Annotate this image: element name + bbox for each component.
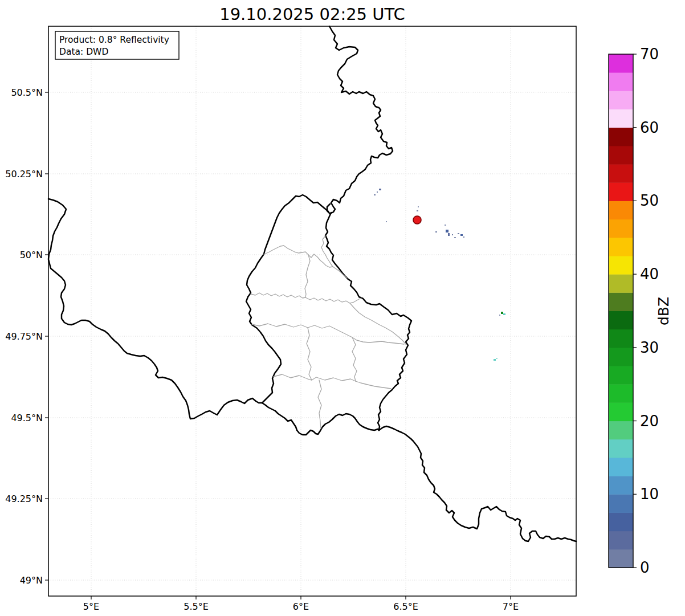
y-tick-label: 49.5°N <box>11 413 43 423</box>
canton-border <box>252 324 404 344</box>
x-tick-label: 6°E <box>293 601 309 612</box>
colorbar-segment <box>609 494 633 513</box>
border-belgium-france <box>48 199 262 419</box>
colorbar-tick-label: 60 <box>640 119 659 136</box>
radar-echo-pixel <box>460 234 463 236</box>
radar-echo-pixel <box>494 359 496 361</box>
product-info-line2: Data: DWD <box>59 47 108 57</box>
colorbar-segment <box>609 421 633 440</box>
radar-echo-pixel <box>446 230 448 232</box>
y-tick-label: 49.25°N <box>5 493 43 504</box>
radar-site-layer <box>413 216 421 224</box>
y-tick-label: 50°N <box>20 250 43 260</box>
colorbar-segment <box>609 146 633 165</box>
border-luxembourg-east <box>325 213 411 430</box>
colorbar-segment <box>609 458 633 476</box>
colorbar-unit-label: dBZ <box>655 297 672 325</box>
colorbar-segment <box>609 476 633 495</box>
colorbar-tick-label: 30 <box>640 339 659 356</box>
colorbar-segment <box>609 531 633 550</box>
canton-border <box>350 303 406 344</box>
colorbar-segment <box>609 549 633 568</box>
radar-echo-pixel <box>418 206 419 207</box>
x-tick-label: 7°E <box>503 601 519 612</box>
radar-echo-pixel <box>377 191 378 193</box>
radar-echo-pixel <box>417 210 418 211</box>
radar-echo-pixel <box>458 233 459 234</box>
radar-echo-pixel <box>386 221 387 222</box>
colorbar-segment <box>609 91 633 109</box>
colorbar-segment <box>609 128 633 146</box>
radar-echo-layer <box>374 189 505 361</box>
colorbar-segment <box>609 109 633 128</box>
canton-border <box>274 374 391 389</box>
colorbar-tick-label: 50 <box>640 192 659 209</box>
colorbar-segment <box>609 329 633 348</box>
radar-echo-pixel <box>503 313 505 315</box>
colorbar-segment <box>609 238 633 256</box>
figure-title: 19.10.2025 02:25 UTC <box>219 5 405 24</box>
country-border-layer <box>48 26 576 541</box>
radar-echo-pixel <box>374 194 376 195</box>
canton-border <box>305 255 310 297</box>
colorbar-tick-label: 20 <box>640 413 659 430</box>
colorbar-segment <box>609 366 633 385</box>
colorbar-segment <box>609 219 633 238</box>
colorbar-tick-label: 70 <box>640 46 659 63</box>
map-frame <box>48 26 576 596</box>
y-tick-label: 50.25°N <box>5 169 43 180</box>
axis-layer: 5°E5.5°E6°E6.5°E7°E50.5°N50.25°N50°N49.7… <box>5 87 519 613</box>
y-tick-label: 49.75°N <box>5 331 43 342</box>
border-belgium-germany <box>327 26 393 214</box>
colorbar-segment <box>609 274 633 293</box>
y-tick-label: 50.5°N <box>11 87 43 98</box>
x-tick-label: 5°E <box>83 601 99 612</box>
radar-echo-pixel <box>452 234 453 235</box>
colorbar-segment <box>609 348 633 366</box>
radar-echo-pixel <box>454 237 456 238</box>
colorbar-segment <box>609 164 633 183</box>
radar-echo-pixel <box>448 233 450 236</box>
radar-echo-pixel <box>445 225 446 226</box>
y-tick-label: 49°N <box>20 575 43 586</box>
colorbar <box>609 54 633 568</box>
x-tick-label: 6.5°E <box>393 601 418 612</box>
colorbar-segment <box>609 439 633 458</box>
radar-echo-pixel <box>435 231 437 232</box>
canton-border <box>264 246 347 278</box>
colorbar-segment <box>609 384 633 403</box>
colorbar-tick-label: 0 <box>640 559 650 576</box>
radar-echo-pixel <box>496 358 498 359</box>
colorbar-segment <box>609 256 633 275</box>
colorbar-tick-label: 10 <box>640 486 659 503</box>
canton-border <box>352 337 357 381</box>
colorbar-segment <box>609 311 633 330</box>
gridline-layer <box>48 26 576 596</box>
radar-echo-pixel <box>463 236 464 238</box>
colorbar-segment <box>609 182 633 201</box>
radar-echo-pixel <box>379 189 381 190</box>
colorbar-segment <box>609 201 633 219</box>
x-tick-label: 5.5°E <box>184 601 209 612</box>
border-france-germany <box>379 426 576 541</box>
canton-border <box>318 380 321 429</box>
radar-site-marker <box>413 216 421 224</box>
colorbar-segment <box>609 512 633 531</box>
colorbar-segment <box>609 72 633 91</box>
product-info-line1: Product: 0.8° Reflectivity <box>59 35 169 45</box>
product-info-box: Product: 0.8° Reflectivity Data: DWD <box>55 31 179 59</box>
canton-border <box>307 328 312 380</box>
colorbar-segment <box>609 54 633 73</box>
colorbar-segment <box>609 402 633 421</box>
colorbar-tick-label: 40 <box>640 266 659 283</box>
radar-map-figure: 19.10.2025 02:25 UTC 5°E5.5°E6°E6.5°E7°E… <box>0 0 685 616</box>
radar-echo-pixel <box>501 312 503 314</box>
colorbar-segment <box>609 292 633 311</box>
radar-echo-pixel <box>499 315 500 316</box>
